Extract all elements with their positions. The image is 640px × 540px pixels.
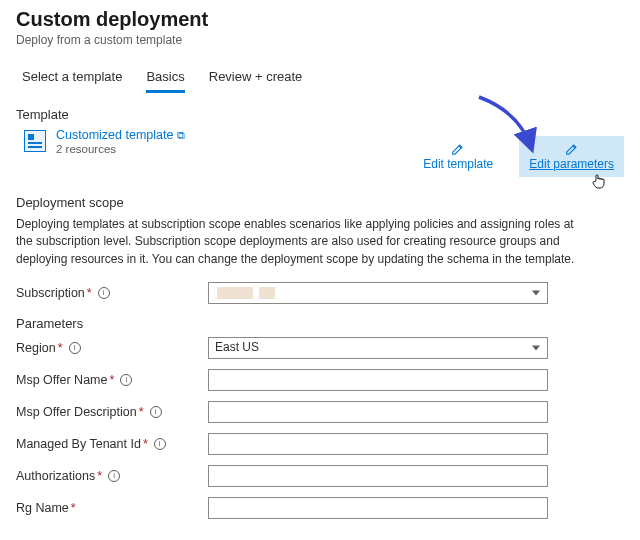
edit-template-button[interactable]: Edit template — [413, 136, 503, 177]
scope-description: Deploying templates at subscription scop… — [16, 216, 586, 268]
required-mark: * — [109, 373, 114, 387]
customized-template-link[interactable]: Customized template ⧉ — [56, 128, 185, 142]
msp-offer-description-input[interactable] — [208, 401, 548, 423]
region-select[interactable]: East US — [208, 337, 548, 359]
required-mark: * — [71, 501, 76, 515]
region-value: East US — [215, 340, 259, 354]
edit-parameters-label: Edit parameters — [529, 157, 614, 171]
rg-name-input[interactable] — [208, 497, 548, 519]
tab-bar: Select a template Basics Review + create — [16, 65, 624, 93]
pencil-icon — [565, 142, 579, 156]
managed-by-tenant-id-label: Managed By Tenant Id — [16, 437, 141, 451]
authorizations-label: Authorizations — [16, 469, 95, 483]
field-msp-offer-description: Msp Offer Description * i — [16, 401, 624, 423]
msp-offer-name-label: Msp Offer Name — [16, 373, 107, 387]
edit-parameters-button[interactable]: Edit parameters — [519, 136, 624, 177]
msp-offer-name-input[interactable] — [208, 369, 548, 391]
info-icon[interactable]: i — [154, 438, 166, 450]
field-rg-name: Rg Name * — [16, 497, 624, 519]
edit-template-label: Edit template — [423, 157, 493, 171]
required-mark: * — [87, 286, 92, 300]
section-scope-heading: Deployment scope — [16, 195, 624, 210]
customized-template-link-label: Customized template — [56, 128, 173, 142]
field-region: Region * i East US — [16, 337, 624, 359]
info-icon[interactable]: i — [69, 342, 81, 354]
external-link-icon: ⧉ — [177, 129, 185, 142]
subscription-value-redacted — [215, 285, 525, 301]
template-row: Customized template ⧉ 2 resources Edit t… — [16, 128, 624, 177]
rg-name-label: Rg Name — [16, 501, 69, 515]
required-mark: * — [143, 437, 148, 451]
required-mark: * — [58, 341, 63, 355]
info-icon[interactable]: i — [108, 470, 120, 482]
edit-button-group: Edit template Edit parameters — [413, 128, 624, 177]
section-template-heading: Template — [16, 107, 624, 122]
tab-basics[interactable]: Basics — [146, 65, 184, 93]
pencil-icon — [451, 142, 465, 156]
subscription-label: Subscription — [16, 286, 85, 300]
page-title: Custom deployment — [16, 8, 624, 31]
field-authorizations: Authorizations * i — [16, 465, 624, 487]
authorizations-input[interactable] — [208, 465, 548, 487]
hand-cursor-icon — [592, 173, 606, 189]
info-icon[interactable]: i — [98, 287, 110, 299]
required-mark: * — [97, 469, 102, 483]
region-label: Region — [16, 341, 56, 355]
field-managed-by-tenant-id: Managed By Tenant Id * i — [16, 433, 624, 455]
field-subscription: Subscription * i — [16, 282, 624, 304]
page-subtitle: Deploy from a custom template — [16, 33, 624, 47]
field-msp-offer-name: Msp Offer Name * i — [16, 369, 624, 391]
required-mark: * — [139, 405, 144, 419]
info-icon[interactable]: i — [150, 406, 162, 418]
info-icon[interactable]: i — [120, 374, 132, 386]
template-summary: Customized template ⧉ 2 resources — [16, 128, 185, 155]
section-parameters-heading: Parameters — [16, 316, 624, 331]
template-resource-count: 2 resources — [56, 143, 185, 155]
msp-offer-description-label: Msp Offer Description — [16, 405, 137, 419]
tab-review-create[interactable]: Review + create — [209, 65, 303, 93]
subscription-select[interactable] — [208, 282, 548, 304]
managed-by-tenant-id-input[interactable] — [208, 433, 548, 455]
tab-select-template[interactable]: Select a template — [22, 65, 122, 93]
template-icon — [24, 130, 46, 152]
